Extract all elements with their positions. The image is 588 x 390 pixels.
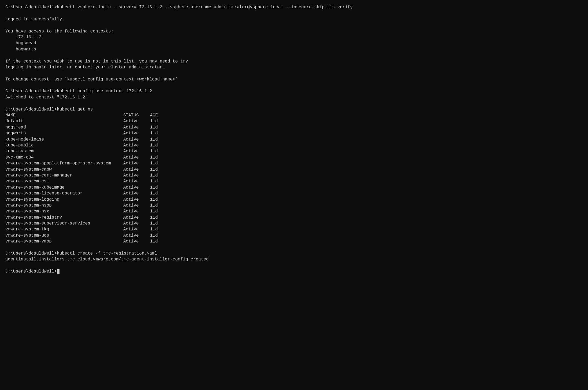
command-line: C:\Users\dcauldwell>kubectl create -f tm…	[5, 251, 583, 256]
ns-name: hogwarts	[5, 130, 123, 136]
ns-name: vmware-system-csi	[5, 178, 123, 184]
table-row: vmware-system-csiActive11d	[5, 178, 583, 184]
ns-status: Active	[123, 220, 150, 226]
table-row: kube-systemActive11d	[5, 148, 583, 154]
table-row: vmware-system-nsopActive11d	[5, 203, 583, 208]
output-line: 172.16.1.2	[5, 34, 583, 40]
command-line: C:\Users\dcauldwell>kubectl vsphere logi…	[5, 4, 583, 10]
ns-age: 11d	[150, 197, 158, 203]
table-row: kube-node-leaseActive11d	[5, 137, 583, 142]
ns-status: Active	[123, 167, 150, 172]
ns-name: vmware-system-logging	[5, 197, 123, 203]
spacer-line	[5, 22, 583, 28]
ns-age: AGE	[150, 112, 158, 118]
ns-name: kube-public	[5, 142, 123, 148]
output-line: logging in again later, or contact your …	[5, 64, 583, 70]
output-line: hogsmead	[5, 40, 583, 46]
spacer-line	[5, 52, 583, 58]
ns-age: 11d	[150, 137, 158, 142]
ns-status: Active	[123, 137, 150, 142]
ns-age: 11d	[150, 154, 158, 160]
cursor	[57, 269, 59, 274]
table-row: vmware-system-nsxActive11d	[5, 208, 583, 214]
ns-name: hogsmead	[5, 124, 123, 130]
spacer-line	[5, 70, 583, 76]
ns-age: 11d	[150, 233, 158, 238]
ns-name: vmware-system-capw	[5, 167, 123, 172]
output-line: Logged in successfully.	[5, 16, 583, 22]
ns-age: 11d	[150, 238, 158, 244]
ns-status: Active	[123, 172, 150, 178]
ns-name: vmware-system-vmop	[5, 238, 123, 244]
ns-name: vmware-system-registry	[5, 215, 123, 220]
ns-age: 11d	[150, 215, 158, 220]
ns-name: kube-node-lease	[5, 137, 123, 142]
output-line: Switched to context "172.16.1.2".	[5, 94, 583, 100]
spacer-line	[5, 10, 583, 16]
ns-status: Active	[123, 190, 150, 196]
table-header: NAMESTATUSAGE	[5, 112, 583, 118]
ns-age: 11d	[150, 167, 158, 172]
table-row: kube-publicActive11d	[5, 142, 583, 148]
table-row: vmware-system-vmopActive11d	[5, 238, 583, 244]
ns-status: Active	[123, 185, 150, 190]
ns-status: Active	[123, 130, 150, 136]
spacer-line	[5, 82, 583, 88]
ns-age: 11d	[150, 172, 158, 178]
ns-status: Active	[123, 142, 150, 148]
table-row: hogwartsActive11d	[5, 130, 583, 136]
table-row: vmware-system-appplatform-operator-syste…	[5, 160, 583, 166]
ns-age: 11d	[150, 160, 158, 166]
ns-status: Active	[123, 233, 150, 238]
output-line: agentinstall.installers.tmc.cloud.vmware…	[5, 256, 583, 262]
ns-status: Active	[123, 148, 150, 154]
table-row: vmware-system-loggingActive11d	[5, 197, 583, 203]
terminal-window: C:\Users\dcauldwell>kubectl vsphere logi…	[5, 4, 583, 275]
command-line: C:\Users\dcauldwell>kubectl config use-c…	[5, 88, 583, 94]
table-row: vmware-system-tkgActive11d	[5, 226, 583, 232]
ns-status: STATUS	[123, 112, 150, 118]
table-row: vmware-system-ucsActive11d	[5, 233, 583, 238]
ns-age: 11d	[150, 190, 158, 196]
output-line: To change context, use `kubectl config u…	[5, 76, 583, 82]
output-line: You have access to the following context…	[5, 28, 583, 34]
ns-status: Active	[123, 178, 150, 184]
ns-age: 11d	[150, 220, 158, 226]
ns-age: 11d	[150, 178, 158, 184]
ns-age: 11d	[150, 208, 158, 214]
ns-name: vmware-system-appplatform-operator-syste…	[5, 160, 123, 166]
table-row: hogsmeadActive11d	[5, 124, 583, 130]
ns-name: NAME	[5, 112, 123, 118]
ns-status: Active	[123, 226, 150, 232]
table-row: svc-tmc-c34Active11d	[5, 154, 583, 160]
spacer-line	[5, 100, 583, 106]
ns-status: Active	[123, 154, 150, 160]
ns-name: kube-system	[5, 148, 123, 154]
table-row: vmware-system-registryActive11d	[5, 215, 583, 220]
spacer-line	[5, 245, 583, 251]
output-line: If the context you wish to use is not in…	[5, 58, 583, 64]
ns-status: Active	[123, 238, 150, 244]
command-line: C:\Users\dcauldwell>kubectl get ns	[5, 106, 583, 112]
ns-name: vmware-system-kubeimage	[5, 185, 123, 190]
ns-status: Active	[123, 215, 150, 220]
ns-status: Active	[123, 197, 150, 203]
ns-status: Active	[123, 208, 150, 214]
ns-status: Active	[123, 203, 150, 208]
ns-name: vmware-system-ucs	[5, 233, 123, 238]
ns-status: Active	[123, 118, 150, 124]
table-row: vmware-system-capwActive11d	[5, 167, 583, 172]
ns-name: vmware-system-license-operator	[5, 190, 123, 196]
ns-name: vmware-system-nsx	[5, 208, 123, 214]
ns-age: 11d	[150, 185, 158, 190]
terminal-prompt[interactable]: C:\Users\dcauldwell>	[5, 268, 583, 274]
ns-status: Active	[123, 124, 150, 130]
ns-age: 11d	[150, 148, 158, 154]
prompt-text: C:\Users\dcauldwell>	[5, 269, 57, 274]
table-row: vmware-system-cert-managerActive11d	[5, 172, 583, 178]
ns-name: vmware-system-cert-manager	[5, 172, 123, 178]
ns-name: default	[5, 118, 123, 124]
ns-age: 11d	[150, 203, 158, 208]
ns-name: vmware-system-supervisor-services	[5, 220, 123, 226]
ns-name: vmware-system-tkg	[5, 226, 123, 232]
